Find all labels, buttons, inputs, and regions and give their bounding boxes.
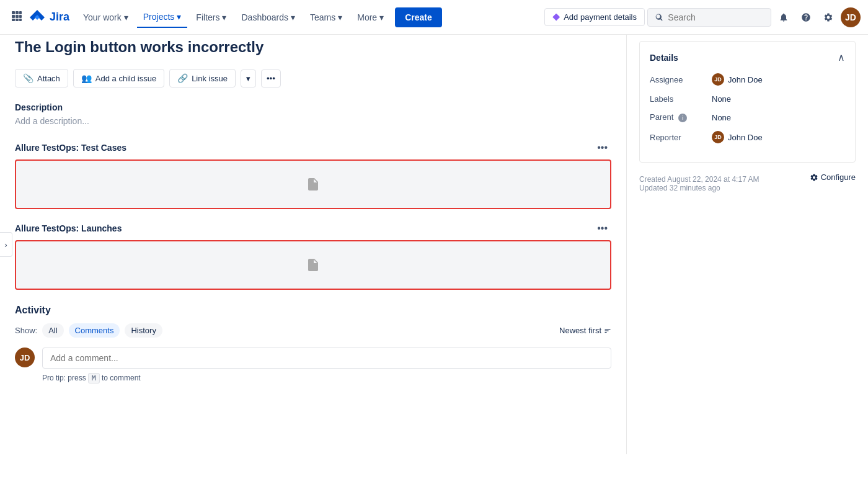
description-label: Description — [15, 102, 611, 112]
nav-dashboards[interactable]: Dashboards ▾ — [235, 7, 301, 27]
details-header: Details ∧ — [650, 52, 845, 63]
allure-launches-header: Allure TestOps: Launches ••• — [15, 222, 611, 235]
search-box[interactable] — [647, 8, 771, 27]
parent-row: Parent i None — [650, 112, 845, 122]
nav-teams[interactable]: Teams ▾ — [304, 7, 348, 27]
nav-projects[interactable]: Projects ▾ — [137, 7, 188, 28]
configure-button[interactable]: Configure — [810, 173, 856, 182]
activity-title: Activity — [15, 305, 611, 316]
svg-rect-8 — [19, 19, 22, 21]
activity-filter-all[interactable]: All — [42, 323, 63, 338]
link-icon: 🔗 — [177, 73, 188, 83]
grid-menu-button[interactable] — [7, 7, 26, 27]
description-section: Description Add a description... — [15, 102, 611, 126]
nav-more[interactable]: More ▾ — [351, 7, 390, 27]
jira-logo[interactable]: Jira — [29, 9, 69, 26]
reporter-row: Reporter JD John Doe — [650, 131, 845, 143]
reporter-value: JD John Doe — [712, 131, 763, 143]
labels-row: Labels None — [650, 94, 845, 104]
search-input[interactable] — [668, 12, 763, 22]
issue-detail-right: To Do ▾ ⚡ Actions ▾ Details ∧ Assignee J… — [626, 0, 868, 454]
help-icon — [801, 12, 811, 22]
sort-icon — [604, 327, 611, 334]
svg-rect-0 — [12, 11, 15, 14]
details-title: Details — [650, 53, 678, 63]
comment-row: JD — [15, 348, 611, 369]
activity-filter-history[interactable]: History — [125, 323, 162, 338]
pro-tip: Pro tip: press M to comment — [42, 374, 611, 382]
svg-rect-3 — [12, 15, 15, 18]
svg-rect-4 — [16, 15, 19, 18]
allure-test-cases-title: Allure TestOps: Test Cases — [15, 143, 126, 153]
activity-section: Activity Show: All Comments History Newe… — [15, 305, 611, 382]
paperclip-icon: 📎 — [23, 73, 33, 83]
payment-diamond-icon — [552, 14, 560, 21]
allure-launches-section: Allure TestOps: Launches ••• — [15, 222, 611, 290]
add-child-issue-button[interactable]: 👥 Add a child issue — [73, 69, 164, 87]
timestamps-row: Created August 22, 2024 at 4:17 AM Updat… — [639, 173, 856, 192]
nav-your-work[interactable]: Your work ▾ — [77, 7, 135, 27]
allure-launches-title: Allure TestOps: Launches — [15, 223, 122, 233]
main-content-area: › Projects / M My Project / ✏️ Add epic … — [0, 0, 868, 454]
issue-toolbar: 📎 Attach 👥 Add a child issue 🔗 Link issu… — [15, 69, 611, 87]
timestamps: Created August 22, 2024 at 4:17 AM Updat… — [639, 175, 759, 192]
top-navigation: Jira Your work ▾ Projects ▾ Filters ▾ Da… — [0, 0, 868, 35]
reporter-avatar: JD — [712, 131, 724, 143]
link-issue-button[interactable]: 🔗 Link issue — [169, 69, 236, 87]
svg-rect-6 — [12, 19, 15, 21]
parent-info-icon: i — [678, 114, 687, 122]
activity-filters: Show: All Comments History Newest first — [15, 323, 611, 338]
comment-avatar: JD — [15, 348, 35, 367]
activity-show-label: Show: — [15, 326, 37, 335]
details-panel: Details ∧ Assignee JD John Doe Labels No… — [639, 41, 856, 163]
comment-input[interactable] — [42, 348, 611, 369]
description-placeholder[interactable]: Add a description... — [15, 116, 611, 126]
child-issue-icon: 👥 — [81, 73, 92, 83]
settings-icon — [823, 12, 833, 22]
assignee-avatar: JD — [712, 73, 724, 86]
svg-rect-5 — [19, 15, 22, 18]
allure-test-cases-header: Allure TestOps: Test Cases ••• — [15, 141, 611, 155]
details-collapse-button[interactable]: ∧ — [838, 52, 845, 63]
attach-button[interactable]: 📎 Attach — [15, 69, 68, 87]
toolbar-dropdown-button[interactable]: ▾ — [241, 70, 256, 87]
labels-value: None — [712, 94, 731, 104]
assignee-row: Assignee JD John Doe — [650, 73, 845, 86]
create-button[interactable]: Create — [395, 7, 442, 27]
sidebar-toggle-button[interactable]: › — [0, 232, 12, 257]
allure-test-cases-menu-button[interactable]: ••• — [593, 141, 611, 155]
toolbar-more-button[interactable]: ••• — [261, 70, 281, 87]
activity-filter-comments[interactable]: Comments — [69, 323, 120, 338]
help-button[interactable] — [796, 7, 816, 27]
user-avatar[interactable]: JD — [841, 7, 861, 27]
pro-tip-key: M — [88, 373, 100, 384]
parent-value: None — [712, 113, 731, 122]
jira-logo-text: Jira — [50, 11, 69, 24]
allure-launches-panel[interactable] — [15, 240, 611, 290]
issue-detail-left: › Projects / M My Project / ✏️ Add epic … — [0, 0, 626, 454]
assignee-value: JD John Doe — [712, 73, 763, 86]
labels-label: Labels — [650, 94, 712, 104]
allure-test-cases-panel[interactable] — [15, 159, 611, 209]
activity-sort[interactable]: Newest first — [559, 326, 611, 335]
reporter-label: Reporter — [650, 133, 712, 142]
svg-rect-7 — [16, 19, 19, 21]
svg-rect-1 — [16, 11, 19, 14]
file-empty-icon — [306, 177, 321, 192]
parent-label: Parent i — [650, 112, 712, 122]
assignee-label: Assignee — [650, 75, 712, 84]
bell-icon — [779, 12, 789, 22]
issue-title: The Login button works incorrectly — [15, 37, 611, 56]
svg-rect-2 — [19, 11, 22, 14]
nav-filters[interactable]: Filters ▾ — [190, 7, 232, 27]
file-empty-icon-2 — [306, 258, 321, 272]
allure-launches-menu-button[interactable]: ••• — [593, 222, 611, 235]
notifications-button[interactable] — [774, 7, 794, 27]
configure-icon — [810, 173, 818, 182]
allure-test-cases-section: Allure TestOps: Test Cases ••• — [15, 141, 611, 209]
search-icon — [655, 13, 663, 22]
settings-button[interactable] — [818, 7, 838, 27]
add-payment-button[interactable]: Add payment details — [544, 8, 645, 26]
